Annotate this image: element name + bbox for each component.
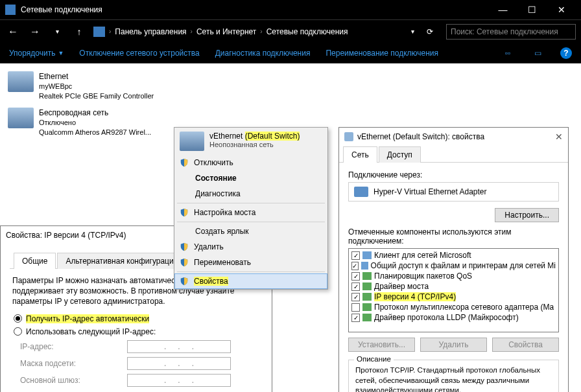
menu-delete[interactable]: Удалить — [174, 239, 327, 255]
diagnose-button[interactable]: Диагностика подключения — [215, 49, 311, 58]
connections-list: Ethernet myWEBpc Realtek PCIe GBE Family… — [0, 63, 581, 392]
menu-properties[interactable]: Свойства — [174, 273, 327, 289]
ip-address-label: IP-адрес: — [20, 342, 121, 351]
component-item[interactable]: Протокол мультиплексора сетевого адаптер… — [350, 302, 557, 312]
component-icon — [362, 314, 372, 321]
disable-device-button[interactable]: Отключение сетевого устройства — [79, 49, 199, 58]
connection-item-wireless[interactable]: Беспроводная сеть Отключено Qualcomm Ath… — [8, 108, 154, 137]
subnet-mask-input[interactable]: ... — [127, 357, 231, 370]
checkbox[interactable]: ✓ — [351, 314, 360, 322]
network-adapter-icon — [8, 71, 34, 92]
components-listbox[interactable]: ✓Клиент для сетей Microsoft ✓Общий досту… — [348, 248, 559, 332]
addr-dropdown[interactable]: ▾ — [405, 28, 420, 35]
menu-bridge[interactable]: Настройка моста — [174, 205, 327, 220]
vethernet-properties-dialog: vEthernet (Default Switch): свойства ✕ С… — [338, 127, 569, 392]
details-pane-button[interactable]: ▭ — [530, 49, 545, 58]
radio-icon — [14, 327, 22, 336]
install-button[interactable]: Установить... — [348, 338, 415, 352]
network-connections-window: Сетевые подключения — ☐ ✕ ← → ▾ ↑ › Пане… — [0, 0, 581, 392]
component-icon — [362, 293, 372, 301]
component-item[interactable]: ✓Клиент для сетей Microsoft — [350, 250, 557, 260]
chevron-right-icon: › — [109, 28, 111, 35]
tab-alternate[interactable]: Альтернативная конфигурация — [57, 253, 186, 269]
checkbox[interactable]: ✓ — [351, 262, 359, 270]
components-label: Отмеченные компоненты используются этим … — [348, 227, 559, 246]
adapter-icon — [344, 132, 353, 141]
connect-via-label: Подключение через: — [348, 170, 559, 179]
menu-diagnose[interactable]: Диагностика — [174, 186, 327, 202]
up-button[interactable]: ↑ — [71, 27, 87, 37]
component-item[interactable]: ✓Драйвер протокола LLDP (Майкрософт) — [350, 312, 557, 323]
network-adapter-icon — [180, 132, 204, 151]
minimize-button[interactable]: — — [488, 0, 517, 19]
gateway-label: Основной шлюз: — [20, 376, 121, 385]
radio-auto-ip[interactable]: Получить IP-адрес автоматически — [10, 312, 263, 325]
shield-icon — [180, 208, 189, 217]
history-dropdown[interactable]: ▾ — [49, 28, 65, 35]
connection-item-vethernet[interactable]: vEthernet (Default Switch) Неопознанная … — [174, 128, 327, 155]
component-item[interactable]: ✓Общий доступ к файлам и принтерам для с… — [350, 260, 557, 271]
menu-rename[interactable]: Переименовать — [174, 255, 327, 270]
remove-button[interactable]: Удалить — [420, 338, 487, 352]
maximize-button[interactable]: ☐ — [517, 0, 547, 19]
view-options-button[interactable]: ▫▫ — [501, 49, 515, 58]
connection-context-menu: vEthernet (Default Switch) Неопознанная … — [174, 127, 328, 290]
subnet-mask-label: Маска подсети: — [20, 359, 121, 368]
control-panel-icon — [5, 5, 16, 15]
rename-button[interactable]: Переименование подключения — [326, 49, 438, 58]
menu-disable[interactable]: Отключить — [174, 155, 327, 170]
tab-general[interactable]: Общие — [14, 253, 56, 269]
connection-item-ethernet[interactable]: Ethernet myWEBpc Realtek PCIe GBE Family… — [8, 71, 154, 101]
close-icon[interactable]: ✕ — [555, 132, 563, 142]
description-box: Описание Протокол TCP/IP. Стандартный пр… — [348, 360, 559, 392]
menu-status[interactable]: Состояние — [174, 170, 327, 186]
component-icon — [362, 282, 372, 290]
chevron-down-icon: ▼ — [58, 50, 64, 56]
component-properties-button[interactable]: Свойства — [492, 338, 559, 352]
checkbox[interactable] — [351, 303, 360, 312]
network-adapter-icon — [8, 108, 34, 128]
breadcrumb[interactable]: Сетевые подключения — [267, 27, 348, 36]
checkbox[interactable]: ✓ — [351, 282, 360, 291]
help-button[interactable]: ? — [560, 47, 572, 59]
organize-menu[interactable]: Упорядочить ▼ — [9, 49, 64, 58]
back-button[interactable]: ← — [5, 26, 21, 38]
control-panel-icon — [93, 27, 105, 37]
shield-icon — [180, 158, 189, 167]
shield-icon — [180, 242, 189, 251]
address-bar[interactable]: › Панель управления › Сеть и Интернет › … — [93, 27, 398, 37]
nav-bar: ← → ▾ ↑ › Панель управления › Сеть и Инт… — [0, 19, 581, 43]
component-item[interactable]: ✓Планировщик пакетов QoS — [350, 271, 557, 281]
search-input[interactable]: Поиск: Сетевые подключения — [446, 24, 576, 40]
checkbox[interactable]: ✓ — [351, 293, 360, 301]
search-placeholder: Поиск: Сетевые подключения — [451, 27, 558, 36]
component-item[interactable]: ✓Драйвер моста — [350, 281, 557, 292]
tab-network[interactable]: Сеть — [343, 146, 377, 163]
checkbox[interactable]: ✓ — [351, 251, 360, 260]
shield-icon — [180, 277, 189, 286]
radio-manual-ip[interactable]: Использовать следующий IP-адрес: — [10, 325, 263, 338]
adapter-field: Hyper-V Virtual Ethernet Adapter — [348, 182, 559, 202]
component-item-ipv4[interactable]: ✓IP версии 4 (TCP/IPv4) — [350, 292, 557, 302]
gateway-input[interactable]: ... — [127, 374, 231, 387]
tab-access[interactable]: Доступ — [379, 146, 421, 163]
radio-icon — [14, 314, 22, 323]
chevron-right-icon: › — [191, 28, 193, 35]
forward-button[interactable]: → — [27, 26, 43, 38]
checkbox[interactable]: ✓ — [351, 272, 360, 281]
breadcrumb[interactable]: Сеть и Интернет — [196, 27, 256, 36]
command-bar: Упорядочить ▼ Отключение сетевого устрой… — [0, 43, 581, 63]
dialog-titlebar[interactable]: vEthernet (Default Switch): свойства ✕ — [339, 128, 568, 146]
ip-address-input[interactable]: ... — [127, 340, 231, 353]
component-icon — [362, 303, 372, 311]
window-title: Сетевые подключения — [21, 5, 488, 14]
shield-icon — [180, 258, 189, 267]
refresh-button[interactable]: ⟳ — [427, 27, 440, 36]
menu-shortcut[interactable]: Создать ярлык — [174, 224, 327, 239]
component-icon — [362, 251, 372, 259]
configure-button[interactable]: Настроить... — [495, 208, 559, 222]
titlebar[interactable]: Сетевые подключения — ☐ ✕ — [0, 0, 581, 19]
breadcrumb[interactable]: Панель управления — [115, 27, 186, 36]
chevron-right-icon: › — [260, 28, 262, 35]
close-button[interactable]: ✕ — [547, 0, 576, 19]
